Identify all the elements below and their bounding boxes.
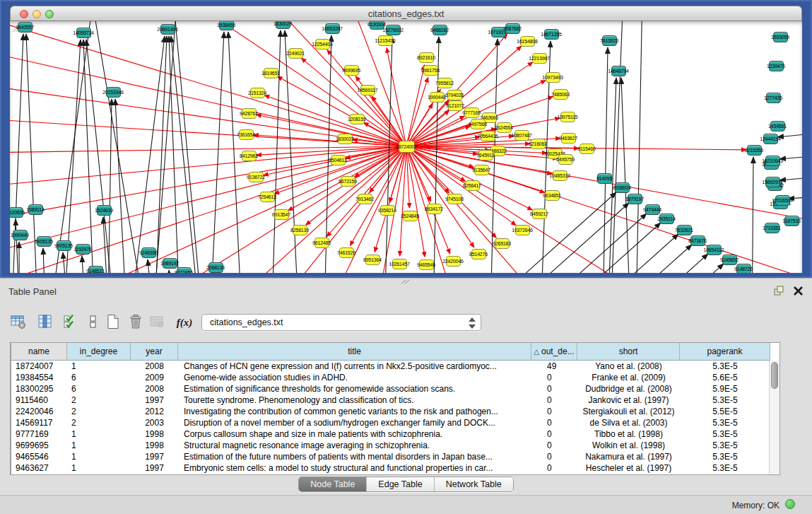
graph-node[interactable]: 8256139 (293, 225, 307, 235)
table-cell[interactable]: 0 (531, 462, 577, 474)
graph-node[interactable]: 1938455 (219, 21, 234, 30)
table-cell[interactable]: 0 (531, 372, 577, 383)
graph-node[interactable]: 9115460 (579, 144, 594, 154)
graph-node[interactable]: 6466162 (433, 25, 447, 35)
graph-node[interactable]: 8459217 (532, 209, 547, 219)
graph-node[interactable]: 10807487 (514, 130, 529, 141)
delete-columns-icon[interactable] (126, 313, 146, 332)
table-cell[interactable]: 2003 (131, 417, 178, 428)
table-cell[interactable]: Tourette syndrome. Phenomenology and cla… (178, 395, 531, 406)
graph-node[interactable]: 16210643 (765, 156, 780, 166)
graph-node[interactable]: 17016504 (775, 195, 790, 206)
graph-node[interactable]: 22420046 (446, 256, 461, 267)
table-cell[interactable]: 2008 (131, 383, 178, 395)
column-header-short[interactable]: short (577, 343, 680, 361)
graph-node[interactable]: 1710351 (765, 223, 779, 233)
graph-node[interactable]: 10973493 (546, 72, 560, 83)
close-panel-icon[interactable] (793, 286, 804, 296)
table-cell[interactable]: 5.6E-5 (680, 372, 770, 383)
graph-node[interactable]: 8514276 (471, 249, 486, 259)
table-cell[interactable]: 2012 (131, 406, 178, 417)
table-cell[interactable]: Nakamura et al. (1997) (577, 451, 680, 462)
graph-node[interactable]: 2935114 (659, 214, 674, 224)
graph-node[interactable]: 20564436 (481, 131, 495, 141)
table-row[interactable]: 977716911998Corpus callosum shape and si… (11, 428, 770, 440)
table-cell[interactable]: 22420046 (11, 406, 67, 417)
graph-node[interactable]: 9121072 (448, 100, 463, 111)
table-cell[interactable]: Estimation of significance thresholds fo… (178, 383, 531, 395)
network-window-titlebar[interactable]: citations_edges.txt (10, 6, 802, 21)
table-row[interactable]: 2242004622012Investigating the contribut… (11, 406, 770, 417)
graph-node[interactable]: 6961758 (423, 65, 438, 76)
graph-node[interactable]: 6495759 (558, 154, 573, 165)
graph-node[interactable]: 9148726 (736, 264, 751, 274)
graph-node[interactable]: 1230476 (769, 61, 784, 71)
table-cell[interactable]: Investigating the contribution of common… (178, 406, 531, 417)
table-selector-dropdown[interactable]: citations_edges.txt (201, 314, 481, 331)
panel-splitter-handle[interactable] (400, 279, 411, 284)
table-cell[interactable]: 9115460 (11, 395, 67, 406)
graph-node[interactable]: 7461529 (339, 247, 354, 258)
table-cell[interactable]: 49 (531, 361, 577, 372)
table-cell[interactable]: 0 (531, 440, 577, 451)
graph-hub-node[interactable]: 18724007 (399, 141, 415, 153)
graph-node[interactable]: 10653287 (325, 23, 340, 34)
table-row[interactable]: 946362711997Embryonic stem cells: a mode… (11, 462, 770, 474)
graph-node[interactable]: 6794028 (447, 90, 462, 100)
graph-node[interactable]: 7913462 (358, 194, 372, 204)
table-cell[interactable]: Dudbridge et al. (2008) (577, 383, 680, 395)
network-canvas[interactable]: 1840557140557242089140619384551830029106… (10, 21, 802, 273)
graph-node[interactable]: 1524639 (97, 205, 112, 216)
tab-network-table[interactable]: Network Table (435, 477, 513, 491)
graph-node[interactable]: 914095 (597, 173, 612, 184)
table-cell[interactable]: 9463627 (11, 462, 67, 474)
float-panel-icon[interactable] (773, 285, 784, 296)
table-cell[interactable]: Franke et al. (2009) (577, 372, 680, 383)
graph-node[interactable]: 1277435 (766, 93, 781, 103)
graph-node[interactable]: 14671355 (544, 29, 559, 40)
graph-node[interactable]: 1990448 (430, 92, 445, 103)
graph-node[interactable]: 2687682 (505, 23, 520, 34)
table-cell[interactable]: 6 (67, 383, 131, 395)
table-cell[interactable]: 1 (67, 361, 131, 372)
table-cell[interactable]: 6 (67, 372, 131, 383)
table-cell[interactable]: 2 (67, 417, 131, 428)
graph-node[interactable]: 1989114 (28, 204, 43, 215)
graph-node[interactable]: 9245652 (722, 255, 737, 265)
table-cell[interactable]: 2009 (131, 372, 178, 383)
table-cell[interactable]: 2 (67, 406, 131, 417)
graph-node[interactable]: 7361654 (239, 129, 254, 140)
table-cell[interactable]: 0 (531, 395, 577, 406)
table-cell[interactable]: 1998 (131, 428, 178, 440)
graph-node[interactable]: 9465546 (419, 259, 434, 270)
function-builder-icon[interactable]: f(x) (172, 313, 196, 332)
graph-node[interactable]: 9265183 (495, 238, 510, 249)
table-cell[interactable]: 1 (67, 440, 131, 451)
table-row[interactable]: 1872400712008Changes of HCN gene express… (11, 361, 770, 372)
table-cell[interactable]: Jankovic et al. (1997) (577, 395, 680, 406)
table-row[interactable]: 1830029562008Estimation of significance … (11, 383, 770, 395)
graph-node[interactable]: 5905135 (37, 236, 52, 247)
table-cell[interactable]: Hescheler et al. (1997) (577, 462, 680, 474)
table-row[interactable]: 946554611997Estimation of the future num… (11, 451, 770, 462)
table-cell[interactable]: 1 (67, 428, 131, 440)
graph-node[interactable]: 13975115 (560, 112, 575, 122)
table-cell[interactable]: 2008 (131, 361, 178, 372)
graph-node[interactable]: 8215358 (747, 145, 762, 156)
graph-node[interactable]: 9699695 (344, 65, 359, 76)
column-header-in-degree[interactable]: in_degree (67, 343, 131, 361)
graph-node[interactable]: 2249021 (288, 48, 303, 59)
graph-node[interactable]: 2068134 (208, 262, 223, 273)
graph-node[interactable]: 7615523 (602, 35, 617, 46)
scrollbar-thumb[interactable] (771, 362, 778, 389)
table-cell[interactable]: Stergiakouli et al. (2012) (577, 406, 680, 417)
table-mode-icon[interactable] (8, 313, 28, 332)
graph-node[interactable]: 11215430 (378, 35, 393, 46)
graph-node[interactable]: 8412963 (242, 151, 257, 161)
delete-table-icon[interactable] (147, 313, 167, 332)
table-cell[interactable]: 9777169 (11, 428, 67, 440)
graph-node[interactable]: 9777169 (464, 107, 479, 118)
table-cell[interactable]: 1997 (131, 395, 178, 406)
table-cell[interactable]: Structural magnetic resonance image aver… (178, 440, 531, 451)
graph-node[interactable]: 12444194 (763, 134, 778, 144)
